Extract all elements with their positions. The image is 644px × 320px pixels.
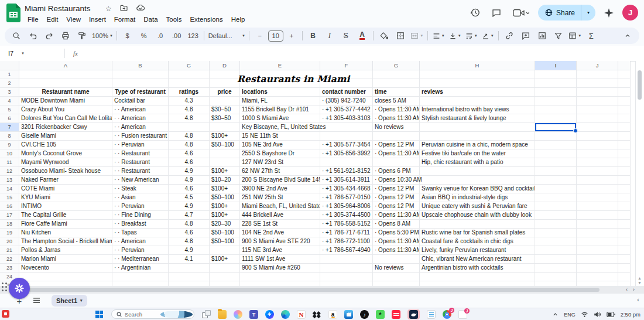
row-header-15[interactable]: 15 <box>0 193 19 202</box>
cell-J11[interactable] <box>577 158 618 167</box>
cell-F22[interactable] <box>320 255 373 264</box>
column-header-K[interactable] <box>618 61 631 70</box>
vertical-scrollbar-thumb[interactable] <box>638 70 642 100</box>
row-header-14[interactable]: 14 <box>0 185 19 193</box>
cell-J7[interactable] <box>577 123 618 132</box>
cell-C13[interactable]: 4.9 <box>169 176 210 185</box>
menu-item-insert[interactable]: Insert <box>85 15 110 24</box>
volume-icon[interactable] <box>594 311 601 318</box>
xiaohongshu-icon[interactable] <box>392 310 400 319</box>
horizontal-scrollbar[interactable]: ‹ › <box>0 286 644 294</box>
cell-B24[interactable] <box>112 273 169 281</box>
cell-H22[interactable]: Chic, vibrant New American restaurant <box>420 255 535 264</box>
cell-K10[interactable] <box>618 149 631 158</box>
cell-B20[interactable]: · · American <box>112 237 169 246</box>
column-header-I[interactable]: I <box>535 61 577 70</box>
menu-item-file[interactable]: File <box>23 15 43 24</box>
cell-H25[interactable] <box>420 281 535 286</box>
cell-J8[interactable] <box>577 132 618 141</box>
cell-A10[interactable]: Monty's Coconut Grove <box>19 149 112 158</box>
cell-G23[interactable]: No reviews <box>373 264 420 273</box>
cell-F14[interactable]: · +1 305-434-4668 <box>320 185 373 193</box>
cell-E19[interactable]: 104 NE 2nd Ave <box>240 229 320 237</box>
cell-G9[interactable]: · Opens 12 PM <box>373 141 420 149</box>
cell-A11[interactable]: Mayami Wynwood <box>19 158 112 167</box>
row-header-20[interactable]: 20 <box>0 237 19 246</box>
cell-C23[interactable] <box>169 264 210 273</box>
share-dropdown[interactable]: ▾ <box>581 5 595 21</box>
all-sheets-menu-icon[interactable] <box>33 297 40 304</box>
cell-E10[interactable]: 2550 S Bayshore Dr <box>240 149 320 158</box>
font-size-input[interactable]: 10 <box>268 30 283 42</box>
cell-E12[interactable]: 62 NW 27th St <box>240 167 320 176</box>
sheet-title-cell-text[interactable]: Restaurants in Miami <box>237 73 350 84</box>
cell-E8[interactable]: 15 NE 11th St <box>240 132 320 141</box>
cell-B19[interactable]: · · Tapas <box>112 229 169 237</box>
insert-link-icon[interactable] <box>501 29 518 43</box>
cloud-status-icon[interactable] <box>136 5 145 11</box>
cell-G25[interactable] <box>373 281 420 286</box>
cell-D3[interactable]: price <box>210 88 240 97</box>
wifi-icon[interactable] <box>581 311 588 318</box>
increase-font-size-button[interactable]: + <box>283 29 300 43</box>
cell-D6[interactable]: $30–50 <box>210 114 240 123</box>
language-indicator[interactable]: ENG <box>564 312 576 318</box>
cell-K11[interactable] <box>618 158 631 167</box>
cell-C8[interactable]: 4.8 <box>169 132 210 141</box>
cell-E21[interactable]: 115 NE 3rd Ave <box>240 246 320 255</box>
cell-B7[interactable]: · · American <box>112 123 169 132</box>
cell-G6[interactable]: · Opens 11:30 AM <box>373 114 420 123</box>
cell-D25[interactable] <box>210 281 240 286</box>
cell-E20[interactable]: 900 S Miami Ave STE 220 <box>240 237 320 246</box>
cell-D17[interactable]: $100+ <box>210 211 240 220</box>
assistant-fab-button[interactable] <box>9 278 30 299</box>
cell-G7[interactable]: No reviews <box>373 123 420 132</box>
cell-I16[interactable] <box>535 202 577 211</box>
increase-decimals-button[interactable]: .00 <box>169 29 185 43</box>
table-views-icon[interactable] <box>567 29 583 43</box>
cell-D18[interactable]: $20–30 <box>210 220 240 229</box>
horizontal-align-button[interactable] <box>430 29 447 43</box>
cell-J16[interactable] <box>577 202 618 211</box>
cell-A2[interactable] <box>19 79 112 88</box>
cell-B22[interactable]: · · Mediterranean <box>112 255 169 264</box>
cell-I20[interactable] <box>535 237 577 246</box>
cell-K1[interactable] <box>618 70 631 79</box>
cell-G20[interactable]: · Opens 11:30 AM <box>373 237 420 246</box>
cell-E18[interactable]: 228 SE 1st St <box>240 220 320 229</box>
cell-I11[interactable] <box>535 158 577 167</box>
cell-C19[interactable]: 4.6 <box>169 229 210 237</box>
cell-D10[interactable] <box>210 149 240 158</box>
cell-I19[interactable] <box>535 229 577 237</box>
cell-H16[interactable]: Unique eatery with sushi & Peruvian fare <box>420 202 535 211</box>
cell-F12[interactable]: · +1 561-921-8152 <box>320 167 373 176</box>
cell-A22[interactable]: Marion Miami <box>19 255 112 264</box>
cell-E5[interactable]: 1155 Brickell Bay Dr #101 <box>240 105 320 114</box>
cell-E11[interactable]: 127 NW 23rd St <box>240 158 320 167</box>
cell-D15[interactable]: $50–100 <box>210 193 240 202</box>
notepad-icon[interactable] <box>427 310 436 319</box>
cell-I13[interactable] <box>535 176 577 185</box>
cell-D1[interactable] <box>210 70 240 79</box>
row-header-13[interactable]: 13 <box>0 176 19 185</box>
document-title[interactable]: Miami Restaurants <box>25 4 91 13</box>
cell-K7[interactable] <box>618 123 631 132</box>
cell-J5[interactable] <box>577 105 618 114</box>
cell-I22[interactable] <box>535 255 577 264</box>
cell-G8[interactable] <box>373 132 420 141</box>
cell-B13[interactable]: · · New American <box>112 176 169 185</box>
cell-C6[interactable]: 4.8 <box>169 114 210 123</box>
cell-F4[interactable]: · (305) 942-7240 <box>320 97 373 105</box>
vertical-align-button[interactable] <box>447 29 463 43</box>
cell-I5[interactable] <box>535 105 577 114</box>
cell-B11[interactable]: · · Restaurant <box>112 158 169 167</box>
row-header-7[interactable]: 7 <box>0 123 19 132</box>
cell-J4[interactable] <box>577 97 618 105</box>
cell-G4[interactable]: closes 5 AM <box>373 97 420 105</box>
cell-D14[interactable]: $100+ <box>210 185 240 193</box>
cell-C15[interactable]: 4.5 <box>169 193 210 202</box>
cell-F24[interactable] <box>320 273 373 281</box>
hide-toolbar-icon[interactable] <box>619 29 636 43</box>
cell-B6[interactable]: · · American <box>112 114 169 123</box>
cell-A15[interactable]: KYU Miami <box>19 193 112 202</box>
